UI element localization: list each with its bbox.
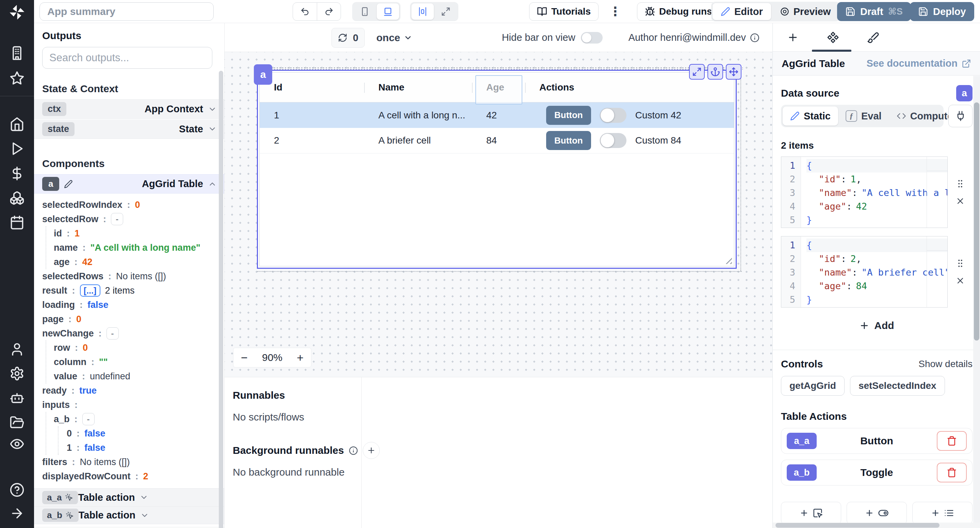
home-icon[interactable] [10, 117, 24, 132]
prop-row[interactable]: name:"A cell with a long name" [54, 240, 224, 255]
control-setselectedindex-button[interactable]: setSelectedIndex [850, 376, 945, 396]
prop-row[interactable]: page:0 [42, 312, 224, 326]
aggrid-component[interactable]: Id Name Age Actions 1 A cell with a long… [257, 70, 737, 269]
tab-component-settings[interactable] [813, 23, 853, 51]
add-toggle-action[interactable] [846, 502, 907, 524]
inspector-vertical-scrollbar[interactable] [973, 76, 980, 523]
control-getaggrid-button[interactable]: getAgGrid [781, 376, 845, 396]
center-content-button[interactable] [411, 3, 434, 20]
zoom-out-button[interactable]: − [241, 352, 248, 363]
mobile-view-button[interactable] [353, 3, 376, 20]
tutorials-button[interactable]: Tutorials [529, 2, 598, 21]
prop-row[interactable]: 0:false [67, 426, 224, 441]
expand-rail-arrow-icon[interactable] [10, 506, 24, 521]
component-row[interactable]: a AgGrid Table [34, 174, 224, 194]
help-icon[interactable] [10, 482, 24, 498]
collapse-box[interactable]: - [107, 327, 119, 340]
prop-row[interactable]: 1:false [67, 441, 224, 455]
info-icon[interactable] [750, 33, 759, 43]
windmill-logo[interactable] [8, 3, 27, 22]
prop-row[interactable]: displayedRowCount:2 [42, 469, 224, 483]
prop-row[interactable]: id:1 [54, 226, 224, 240]
component-id-tag[interactable]: a [254, 64, 272, 85]
prop-row[interactable]: value:undefined [54, 369, 224, 383]
mode-eval[interactable]: ƒ Eval [838, 107, 889, 126]
column-header-id[interactable]: Id [259, 72, 364, 102]
desktop-view-button[interactable] [377, 3, 399, 20]
collapse-box[interactable]: - [82, 413, 95, 425]
remove-item-x-icon[interactable] [956, 276, 965, 285]
row-action-button[interactable]: Button [546, 106, 591, 125]
prop-row[interactable]: inputs: [42, 398, 224, 412]
show-details-link[interactable]: Show details [918, 359, 972, 369]
undo-button[interactable] [293, 3, 317, 21]
prop-row[interactable]: filters:No items ([]) [42, 455, 224, 469]
prop-row[interactable]: row:0 [54, 340, 224, 355]
prop-row[interactable]: selectedRow:- [42, 212, 224, 226]
workers-robot-icon[interactable] [10, 391, 24, 406]
connect-plug-button[interactable] [948, 105, 972, 127]
outputs-scrollbar[interactable] [219, 71, 223, 528]
table-row[interactable]: 2 A briefer cell 84 Button Custom 84 [259, 128, 734, 153]
preview-tab[interactable]: Preview [772, 3, 839, 20]
json-editor-1[interactable]: 12345 { "id":1, "name":"A cell with a lo… [781, 156, 948, 228]
component-drag-strip[interactable] [257, 67, 743, 70]
variables-dollar-icon[interactable] [10, 166, 24, 181]
app-summary-input[interactable] [40, 2, 214, 21]
add-button-action[interactable] [781, 502, 841, 524]
editor-content[interactable]: { "id":1, "name":"A cell with a long "ag… [801, 157, 947, 227]
draft-save-button[interactable]: Draft ⌘S [837, 2, 911, 21]
json-editor-2[interactable]: 12345 { "id":2, "name":"A briefer cell",… [781, 236, 948, 307]
prop-row[interactable]: selectedRows:No items ([]) [42, 269, 224, 283]
tab-styling[interactable] [853, 23, 893, 51]
mode-static[interactable]: Static [783, 107, 838, 126]
schedules-calendar-icon[interactable] [10, 215, 24, 230]
prop-row[interactable]: result:[...]2 items [42, 283, 224, 298]
hide-bar-toggle[interactable] [581, 32, 603, 43]
prop-row[interactable]: age:42 [54, 255, 224, 269]
editor-content[interactable]: { "id":2, "name":"A briefer cell", "age"… [801, 237, 947, 307]
user-icon[interactable] [10, 342, 24, 357]
folders-icon[interactable] [10, 415, 24, 430]
table-action-row-a_a[interactable]: a_a Table action [34, 488, 224, 506]
delete-action-button[interactable] [937, 463, 967, 482]
app-canvas[interactable]: a Id Name Age Actions 1 A cell with a lo… [224, 52, 772, 377]
prop-row[interactable]: selectedRowIndex:0 [42, 198, 224, 212]
component-move-button[interactable] [726, 64, 741, 80]
state-row[interactable]: state State [34, 119, 224, 139]
deploy-button[interactable]: Deploy [910, 2, 974, 21]
scrollbar-thumb[interactable] [775, 523, 940, 528]
editor-tab[interactable]: Editor [713, 3, 771, 20]
add-item-button[interactable]: Add [852, 316, 901, 335]
inspector-horizontal-scrollbar[interactable] [773, 523, 980, 528]
component-expand-button[interactable] [689, 64, 705, 80]
settings-gear-icon[interactable] [10, 366, 24, 381]
row-action-toggle[interactable] [600, 133, 627, 148]
resources-boxes-icon[interactable] [10, 191, 24, 205]
table-resize-grip[interactable] [724, 256, 732, 264]
audit-eye-icon[interactable] [10, 436, 24, 452]
runs-play-icon[interactable] [10, 141, 24, 156]
workspace-icon[interactable] [10, 46, 24, 60]
table-action-card-a_a[interactable]: a_a Button [781, 428, 972, 454]
refresh-count-button[interactable]: 0 [331, 28, 365, 48]
more-menu-kebab-icon[interactable]: ⋮ [606, 3, 624, 21]
row-action-toggle[interactable] [600, 108, 627, 123]
add-select-action[interactable] [912, 502, 972, 524]
see-documentation-link[interactable]: See documentation [867, 58, 972, 69]
scrollbar-thumb[interactable] [974, 102, 979, 340]
component-anchor-button[interactable] [708, 64, 723, 80]
tab-add-component[interactable] [773, 23, 813, 51]
table-action-row-a_b[interactable]: a_b Table action [34, 506, 224, 524]
table-row-selected[interactable]: 1 A cell with a long n... 42 Button Cust… [259, 102, 734, 128]
redo-button[interactable] [317, 3, 340, 21]
full-width-button[interactable] [434, 3, 457, 20]
row-action-button[interactable]: Button [546, 131, 591, 150]
prop-row[interactable]: column:"" [54, 355, 224, 369]
prop-row[interactable]: loading:false [42, 298, 224, 312]
prop-row[interactable]: newChange:- [42, 326, 224, 340]
prop-row[interactable]: a_b:- [54, 412, 224, 426]
search-outputs-input[interactable] [42, 47, 212, 69]
remove-item-x-icon[interactable] [956, 196, 965, 206]
drag-handle-icon[interactable] [955, 179, 966, 189]
